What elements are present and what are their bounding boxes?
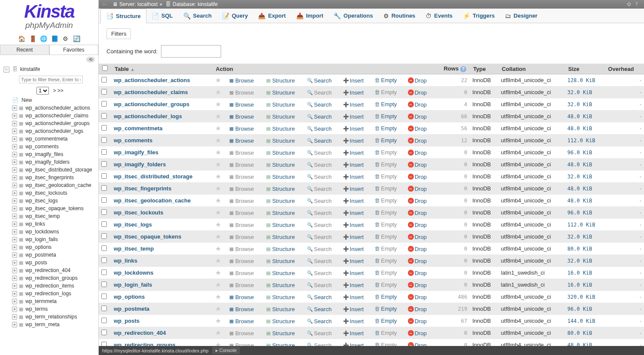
- favorite-star-icon[interactable]: ★: [215, 305, 221, 312]
- table-name-link[interactable]: wp_imagify_files: [111, 147, 213, 159]
- browse-link[interactable]: ▦Browse: [228, 234, 254, 240]
- row-checkbox[interactable]: [101, 137, 107, 143]
- structure-link[interactable]: ▤Structure: [265, 294, 295, 300]
- search-link[interactable]: 🔍Search: [307, 174, 331, 180]
- table-name-link[interactable]: wp_lockdowns: [111, 267, 213, 279]
- drop-link[interactable]: − Drop: [408, 113, 427, 120]
- search-link[interactable]: 🔍Search: [307, 294, 331, 300]
- insert-link[interactable]: ➕Insert: [343, 306, 364, 312]
- favorite-star-icon[interactable]: ★: [215, 329, 221, 337]
- filter-word-input[interactable]: [161, 45, 221, 58]
- row-checkbox[interactable]: [101, 330, 107, 335]
- tree-table-item[interactable]: +▦ wp_actionscheduler_claims: [12, 112, 98, 119]
- empty-link[interactable]: 🗑Empty: [374, 245, 397, 252]
- drop-link[interactable]: − Drop: [408, 210, 427, 216]
- tree-expand-icon[interactable]: +: [12, 237, 17, 242]
- tree-collapse-icon[interactable]: −: [3, 67, 9, 73]
- tree-page-select[interactable]: 1: [36, 87, 49, 95]
- structure-link[interactable]: ▤Structure: [265, 342, 295, 346]
- structure-link[interactable]: ▤Structure: [265, 150, 295, 156]
- favorite-star-icon[interactable]: ★: [215, 125, 221, 132]
- browse-link[interactable]: ▦Browse: [228, 342, 254, 346]
- insert-link[interactable]: ➕Insert: [343, 101, 364, 108]
- tree-expand-icon[interactable]: +: [12, 129, 17, 134]
- console-toggle[interactable]: ▸ Console: [212, 347, 240, 354]
- home-icon[interactable]: 🏠: [18, 35, 25, 43]
- browse-link[interactable]: ▦Browse: [228, 125, 254, 132]
- row-checkbox[interactable]: [101, 318, 107, 323]
- search-link[interactable]: 🔍Search: [307, 318, 331, 324]
- tree-table-item[interactable]: +▦ wp_redirection_items: [12, 282, 98, 290]
- tab-export[interactable]: 📤Export: [253, 9, 291, 23]
- table-name-link[interactable]: wp_itsec_fingerprints: [111, 183, 213, 195]
- tree-expand-icon[interactable]: +: [12, 221, 17, 227]
- structure-link[interactable]: ▤Structure: [265, 234, 295, 240]
- table-name-link[interactable]: wp_comments: [111, 135, 213, 147]
- tree-filter-input[interactable]: [19, 76, 83, 83]
- row-checkbox[interactable]: [101, 209, 107, 215]
- search-link[interactable]: 🔍Search: [307, 186, 331, 192]
- empty-link[interactable]: 🗑Empty: [374, 185, 397, 192]
- row-checkbox[interactable]: [101, 269, 107, 275]
- search-link[interactable]: 🔍Search: [307, 258, 331, 264]
- browse-link[interactable]: ▦Browse: [228, 89, 254, 96]
- tree-table-item[interactable]: +▦ wp_itsec_distributed_storage: [12, 166, 98, 174]
- tree-table-item[interactable]: +▦ wp_comments: [12, 143, 98, 150]
- structure-link[interactable]: ▤Structure: [265, 162, 295, 168]
- browse-link[interactable]: ▦Browse: [228, 138, 254, 144]
- gear-icon[interactable]: ⚙: [62, 35, 70, 43]
- insert-link[interactable]: ➕Insert: [343, 210, 364, 216]
- tree-table-item[interactable]: +▦ wp_imagify_files: [12, 150, 98, 158]
- tree-expand-icon[interactable]: +: [12, 214, 17, 219]
- tree-expand-icon[interactable]: +: [12, 136, 17, 142]
- empty-link[interactable]: 🗑Empty: [374, 306, 397, 312]
- empty-link[interactable]: 🗑Empty: [374, 233, 397, 240]
- favorite-star-icon[interactable]: ★: [215, 221, 221, 228]
- table-name-link[interactable]: wp_redirection_404: [111, 327, 213, 339]
- tree-expand-icon[interactable]: +: [12, 167, 17, 173]
- table-name-link[interactable]: wp_itsec_lockouts: [111, 207, 213, 219]
- drop-link[interactable]: − Drop: [408, 77, 427, 84]
- favorite-star-icon[interactable]: ★: [215, 293, 221, 300]
- tab-recent[interactable]: Recent: [0, 45, 49, 55]
- tab-routines[interactable]: ⚙Routines: [378, 9, 421, 23]
- browse-link[interactable]: ▦Browse: [228, 246, 254, 252]
- structure-link[interactable]: ▤Structure: [265, 198, 295, 204]
- insert-link[interactable]: ➕Insert: [343, 162, 364, 168]
- drop-link[interactable]: − Drop: [408, 174, 427, 180]
- drop-link[interactable]: − Drop: [408, 306, 427, 312]
- tab-designer[interactable]: 🗂Designer: [500, 9, 543, 23]
- tree-expand-icon[interactable]: +: [12, 113, 17, 119]
- tree-table-item[interactable]: +▦ wp_actionscheduler_logs: [12, 127, 98, 135]
- empty-link[interactable]: 🗑Empty: [374, 101, 397, 107]
- tree-expand-icon[interactable]: +: [12, 198, 17, 204]
- row-checkbox[interactable]: [101, 294, 107, 299]
- drop-link[interactable]: − Drop: [408, 198, 427, 204]
- browse-link[interactable]: ▦Browse: [228, 162, 254, 168]
- tree-page-next[interactable]: > >>: [53, 88, 63, 94]
- browse-link[interactable]: ▦Browse: [228, 330, 254, 337]
- insert-link[interactable]: ➕Insert: [343, 234, 364, 240]
- row-checkbox[interactable]: [101, 161, 107, 167]
- tree-expand-icon[interactable]: +: [12, 291, 17, 297]
- table-name-link[interactable]: wp_redirection_groups: [111, 339, 213, 346]
- favorite-star-icon[interactable]: ★: [215, 233, 221, 240]
- tree-expand-icon[interactable]: +: [12, 260, 17, 266]
- structure-link[interactable]: ▤Structure: [265, 210, 295, 216]
- pageup-icon[interactable]: ⤒: [635, 1, 639, 7]
- row-checkbox[interactable]: [101, 113, 107, 119]
- tree-expand-icon[interactable]: +: [12, 252, 17, 258]
- back-icon[interactable]: ←: [102, 1, 107, 7]
- tree-table-item[interactable]: +▦ wp_itsec_lockouts: [12, 189, 98, 197]
- tree-table-item[interactable]: +▦ wp_postmeta: [12, 251, 98, 259]
- favorite-star-icon[interactable]: ★: [215, 89, 221, 96]
- settings-icon[interactable]: ✿: [627, 1, 631, 7]
- drop-link[interactable]: − Drop: [408, 125, 427, 132]
- table-name-link[interactable]: wp_actionscheduler_actions: [111, 74, 213, 86]
- tree-table-item[interactable]: +▦ wp_itsec_fingerprints: [12, 174, 98, 181]
- empty-link[interactable]: 🗑Empty: [374, 125, 397, 132]
- search-link[interactable]: 🔍Search: [307, 210, 331, 216]
- favorite-star-icon[interactable]: ★: [215, 317, 221, 324]
- structure-link[interactable]: ▤Structure: [265, 258, 295, 264]
- col-collation[interactable]: Collation: [498, 64, 565, 74]
